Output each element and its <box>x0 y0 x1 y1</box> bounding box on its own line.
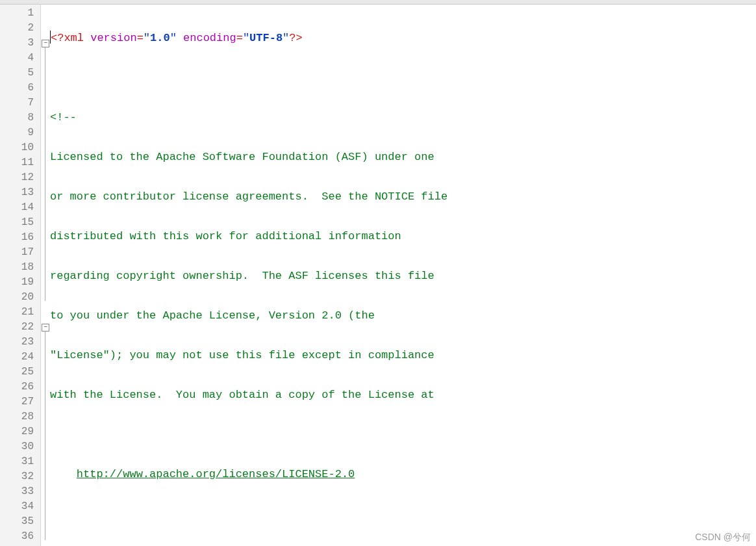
line-number: 26 <box>0 380 40 395</box>
license-url[interactable]: http://www.apache.org/licenses/LICENSE-2… <box>77 468 355 480</box>
line-number: 6 <box>0 81 40 96</box>
line-number: 36 <box>0 529 40 544</box>
code-editor[interactable]: 1234567891011121314151617181920212223242… <box>0 5 756 546</box>
xml-attr-value: UTF-8 <box>249 32 283 44</box>
line-number: 5 <box>0 66 40 81</box>
xml-attr: encoding <box>183 32 236 44</box>
window-toolbar-strip <box>0 0 756 5</box>
line-number: 23 <box>0 335 40 350</box>
code-line: <!-- <box>50 110 756 125</box>
line-number-gutter: 1234567891011121314151617181920212223242… <box>0 5 41 546</box>
line-number: 18 <box>0 260 40 275</box>
line-number: 24 <box>0 350 40 365</box>
line-number: 29 <box>0 424 40 439</box>
xml-attr: version <box>90 32 136 44</box>
code-line: Licensed to the Apache Software Foundati… <box>50 150 756 164</box>
line-number: 14 <box>0 200 40 215</box>
line-number: 8 <box>0 110 40 125</box>
code-line <box>50 70 756 85</box>
line-number: 15 <box>0 215 40 230</box>
line-number: 33 <box>0 484 40 499</box>
line-number: 25 <box>0 365 40 380</box>
line-number: 4 <box>0 51 40 66</box>
line-number: 35 <box>0 514 40 529</box>
line-number: 7 <box>0 96 40 110</box>
fold-toggle-icon[interactable]: − <box>42 40 49 47</box>
code-line: with the License. You may obtain a copy … <box>50 387 756 402</box>
xml-pi-name: xml <box>64 32 90 44</box>
line-number: 30 <box>0 439 40 454</box>
watermark: CSDN @兮何 <box>695 532 751 543</box>
line-number: 21 <box>0 305 40 320</box>
line-number: 27 <box>0 395 40 410</box>
code-line <box>50 506 756 521</box>
line-number: 10 <box>0 140 40 155</box>
code-line <box>50 427 756 442</box>
code-line: <?xml version="1.0" encoding="UTF-8"?> <box>50 31 756 46</box>
line-number: 1 <box>0 6 40 21</box>
code-line: regarding copyright ownership. The ASF l… <box>50 268 756 283</box>
code-line: distributed with this work for additiona… <box>50 229 756 244</box>
line-number: 16 <box>0 230 40 245</box>
line-number: 19 <box>0 275 40 290</box>
code-line: or more contributor license agreements. … <box>50 189 756 204</box>
code-area[interactable]: <?xml version="1.0" encoding="UTF-8"?> <… <box>50 5 756 546</box>
fold-toggle-icon[interactable]: − <box>42 324 49 332</box>
line-number: 12 <box>0 170 40 185</box>
line-number: 2 <box>0 21 40 36</box>
line-number: 9 <box>0 125 40 140</box>
xml-pi-open: <? <box>51 32 64 44</box>
line-number: 3 <box>0 36 40 51</box>
line-number: 13 <box>0 185 40 200</box>
line-number: 20 <box>0 290 40 305</box>
line-number: 31 <box>0 454 40 469</box>
line-number: 34 <box>0 499 40 514</box>
line-number: 22 <box>0 320 40 335</box>
line-number: 17 <box>0 245 40 260</box>
line-number: 11 <box>0 155 40 170</box>
code-line: http://www.apache.org/licenses/LICENSE-2… <box>50 467 756 482</box>
code-line: to you under the Apache License, Version… <box>50 308 756 323</box>
code-line: "License"); you may not use this file ex… <box>50 348 756 363</box>
xml-attr-value: 1.0 <box>150 32 170 44</box>
xml-pi-close: ?> <box>289 32 302 44</box>
line-number: 32 <box>0 469 40 484</box>
line-number: 28 <box>0 410 40 424</box>
fold-column[interactable]: −− <box>41 5 50 546</box>
